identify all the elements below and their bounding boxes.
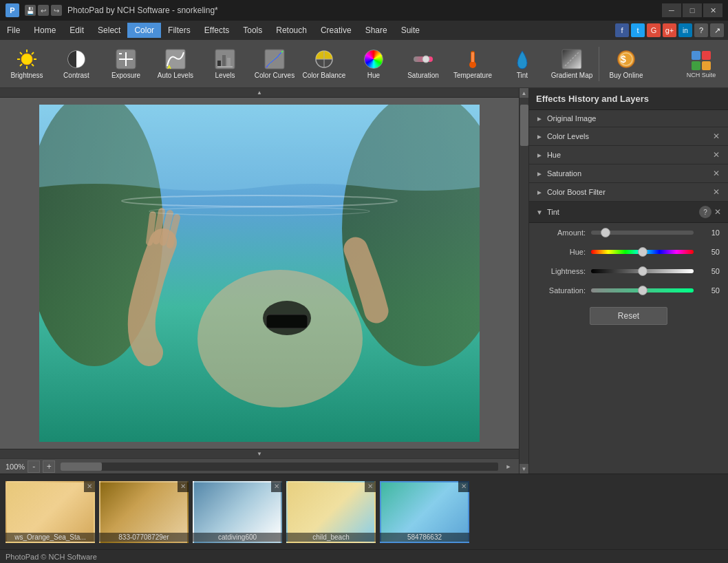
facebook-icon[interactable]: f [615, 23, 629, 37]
horizontal-scrollbar[interactable] [61, 463, 498, 471]
scroll-right-arrow[interactable]: ► [504, 462, 513, 471]
canvas-vertical-scrollbar[interactable]: ▲ ▼ [519, 88, 528, 474]
saturation-close[interactable]: ✕ [711, 169, 721, 178]
effect-saturation[interactable]: ► Saturation ✕ [529, 164, 728, 183]
svg-rect-37 [692, 61, 700, 70]
menu-tools[interactable]: Tools [236, 23, 269, 38]
v-scroll-down[interactable]: ▼ [520, 464, 529, 474]
minimize-button[interactable]: ─ [662, 3, 681, 17]
filmstrip-label-0: ws_Orange_Sea_Sta... [6, 533, 95, 542]
save-icon[interactable]: 💾 [25, 5, 36, 16]
scroll-down-arrow[interactable]: ▼ [0, 449, 519, 458]
nch-suite-icon [690, 50, 712, 72]
filmstrip-close-3[interactable]: ✕ [365, 481, 376, 492]
effect-hue[interactable]: ► Hue ✕ [529, 146, 728, 164]
menu-retouch[interactable]: Retouch [269, 23, 314, 38]
hue-icon [363, 48, 385, 70]
tint-header[interactable]: ▼ Tint ? ✕ [529, 202, 728, 223]
color-levels-close[interactable]: ✕ [711, 131, 721, 141]
lightness-slider[interactable] [591, 269, 694, 273]
saturation-slider[interactable] [591, 288, 694, 293]
tool-contrast[interactable]: Contrast [52, 43, 100, 85]
v-scroll-thumb[interactable] [520, 105, 528, 146]
reset-button[interactable]: Reset [590, 307, 667, 325]
svg-point-0 [21, 54, 32, 65]
tool-tint[interactable]: Tint [498, 43, 546, 85]
menu-color[interactable]: Color [127, 23, 161, 38]
tool-saturation[interactable]: Saturation [399, 43, 447, 85]
undo-icon[interactable]: ↩ [38, 5, 49, 16]
menu-effects[interactable]: Effects [197, 23, 236, 38]
filmstrip-item-2[interactable]: ✕ catdiving600 [193, 481, 282, 543]
brightness-label: Brightness [10, 72, 43, 79]
hue-thumb[interactable] [638, 247, 647, 257]
menu-select[interactable]: Select [91, 23, 127, 38]
hue-close[interactable]: ✕ [711, 150, 721, 160]
tool-hue[interactable]: Hue [350, 43, 398, 85]
tool-color-curves[interactable]: Color Curves [250, 43, 299, 85]
twitter-icon[interactable]: t [631, 23, 645, 37]
hue-slider[interactable] [591, 250, 694, 254]
saturation-thumb[interactable] [638, 286, 647, 295]
filmstrip-item-1[interactable]: ✕ 833-07708729er [99, 481, 189, 543]
tool-temperature[interactable]: Temperature [449, 43, 497, 85]
tool-brightness[interactable]: Brightness [3, 43, 51, 85]
close-button[interactable]: ✕ [703, 3, 722, 17]
redo-icon[interactable]: ↪ [51, 5, 62, 16]
brightness-icon [16, 48, 38, 70]
zoom-level: 100% [6, 463, 25, 471]
google-icon[interactable]: G [647, 23, 661, 37]
scroll-up-arrow[interactable]: ▲ [0, 88, 519, 98]
linkedin-icon[interactable]: in [678, 23, 692, 37]
menu-suite[interactable]: Suite [394, 23, 427, 38]
v-scroll-up[interactable]: ▲ [520, 88, 529, 98]
zoom-plus-button[interactable]: + [43, 460, 55, 473]
gplus-icon[interactable]: g+ [663, 23, 676, 37]
statusbar: PhotoPad © NCH Software [0, 549, 728, 563]
tool-buy-online[interactable]: $ Buy Online [602, 43, 650, 85]
hue-row-label: Hue [547, 151, 711, 159]
menu-share[interactable]: Share [358, 23, 394, 38]
original-image-label: Original Image [547, 114, 721, 123]
hue-slider-label: Hue: [537, 248, 586, 256]
amount-thumb[interactable] [601, 228, 610, 237]
tool-auto-levels[interactable]: A Auto Levels [151, 43, 200, 85]
filmstrip-item-3[interactable]: ✕ child_beach [286, 481, 376, 543]
tool-gradient-map[interactable]: Gradient Map [548, 43, 596, 85]
effect-color-levels[interactable]: ► Color Levels ✕ [529, 127, 728, 146]
lightness-thumb[interactable] [638, 266, 647, 276]
color-curves-icon [264, 48, 286, 70]
menu-creative[interactable]: Creative [314, 23, 358, 38]
filmstrip-close-4[interactable]: ✕ [458, 481, 469, 492]
svg-rect-35 [692, 51, 700, 60]
amount-slider[interactable] [591, 231, 694, 235]
color-boost-close[interactable]: ✕ [711, 187, 721, 197]
gradient-map-icon [561, 48, 583, 70]
menu-edit[interactable]: Edit [63, 23, 91, 38]
svg-rect-18 [222, 55, 226, 67]
filmstrip-close-1[interactable]: ✕ [178, 481, 189, 492]
nch-suite-button[interactable]: NCH Suite [677, 43, 725, 85]
zoom-minus-button[interactable]: - [28, 460, 40, 473]
filmstrip-close-0[interactable]: ✕ [84, 481, 95, 492]
filmstrip-item-0[interactable]: ✕ ws_Orange_Sea_Sta... [6, 481, 95, 543]
help-nav-icon[interactable]: ? [694, 23, 708, 37]
tint-help-button[interactable]: ? [699, 206, 711, 218]
filmstrip-item-4[interactable]: ✕ 584786632 [380, 481, 469, 543]
menu-home[interactable]: Home [27, 23, 63, 38]
effect-original-image[interactable]: ► Original Image [529, 110, 728, 127]
menu-file[interactable]: File [0, 23, 27, 38]
amount-label: Amount: [537, 229, 586, 237]
tool-exposure[interactable]: Exposure [102, 43, 150, 85]
saturation-row-arrow: ► [536, 170, 543, 178]
effect-color-boost-filter[interactable]: ► Color Boost Filter ✕ [529, 183, 728, 202]
share-icon[interactable]: ↗ [710, 23, 724, 37]
color-levels-label: Color Levels [547, 132, 711, 140]
maximize-button[interactable]: □ [683, 3, 702, 17]
filmstrip-close-2[interactable]: ✕ [271, 481, 282, 492]
tool-levels[interactable]: Levels [201, 43, 249, 85]
tint-close[interactable]: ✕ [714, 207, 721, 217]
levels-label: Levels [215, 72, 235, 79]
tool-color-balance[interactable]: Color Balance [300, 43, 348, 85]
menu-filters[interactable]: Filters [161, 23, 197, 38]
